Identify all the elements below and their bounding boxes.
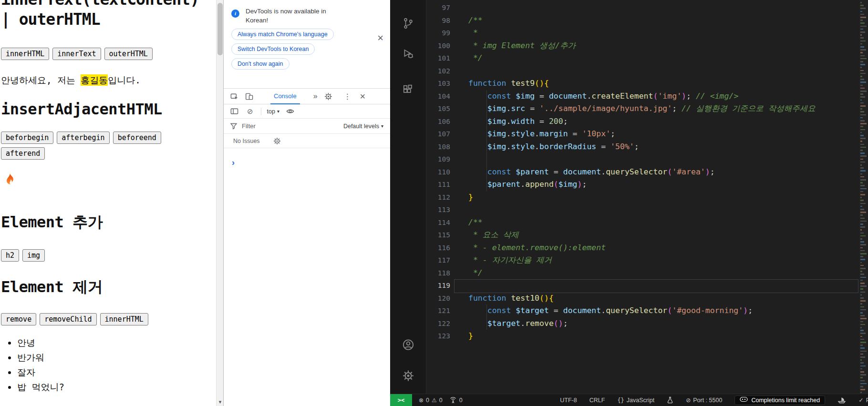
- code-line-107[interactable]: 107 $img.style.margin = '10px';: [426, 128, 858, 141]
- code-editor[interactable]: 9798/**99 *100 * img Element 생성/추가101 */…: [426, 0, 868, 394]
- line-number[interactable]: 98: [426, 14, 450, 27]
- code-line-117[interactable]: 117 * - 자기자신을 제거: [426, 254, 858, 267]
- language-indicator[interactable]: {} JavaScript: [617, 397, 654, 404]
- line-number[interactable]: 118: [426, 267, 450, 280]
- code-line-118[interactable]: 118 */: [426, 267, 858, 280]
- notice-action-switch-devtools-to-korean[interactable]: Switch DevTools to Korean: [231, 43, 315, 55]
- account-icon[interactable]: [402, 338, 414, 351]
- line-number[interactable]: 97: [426, 1, 450, 14]
- line-number[interactable]: 103: [426, 77, 450, 90]
- code-line-120[interactable]: 120function test10(){: [426, 292, 858, 305]
- line-number[interactable]: 108: [426, 141, 450, 153]
- line-number[interactable]: 114: [426, 216, 450, 229]
- live-expression-eye-icon[interactable]: [286, 107, 294, 115]
- button-outerhtml[interactable]: outerHTML: [104, 48, 153, 60]
- line-number[interactable]: 107: [426, 128, 450, 141]
- code-line-98[interactable]: 98/**: [426, 14, 858, 27]
- line-number[interactable]: 109: [426, 153, 450, 166]
- line-number[interactable]: 100: [426, 40, 450, 52]
- problems-indicator[interactable]: ⊗ 0 ⚠ 0: [419, 397, 443, 404]
- code-line-113[interactable]: 113: [426, 203, 858, 216]
- code-line-101[interactable]: 101 */: [426, 52, 858, 65]
- context-selector[interactable]: top▾: [267, 108, 279, 115]
- code-line-108[interactable]: 108 $img.style.borderRadius = '50%';: [426, 141, 858, 153]
- eol-indicator[interactable]: CRLF: [589, 397, 605, 404]
- button-afterbegin[interactable]: afterbegin: [57, 132, 109, 144]
- run-debug-icon[interactable]: [402, 48, 414, 60]
- code-line-116[interactable]: 116 * - element.remove():element: [426, 242, 858, 254]
- code-line-114[interactable]: 114/**: [426, 216, 858, 229]
- line-number[interactable]: 104: [426, 90, 450, 103]
- line-number[interactable]: 121: [426, 304, 450, 317]
- button-h2[interactable]: h2: [1, 249, 19, 262]
- console-sidebar-icon[interactable]: [230, 107, 238, 115]
- button-beforeend[interactable]: beforeend: [113, 132, 161, 144]
- line-number[interactable]: 102: [426, 65, 450, 78]
- encoding-indicator[interactable]: UTF-8: [560, 397, 577, 404]
- button-img[interactable]: img: [22, 249, 45, 262]
- line-number[interactable]: 110: [426, 166, 450, 179]
- line-number[interactable]: 116: [426, 242, 450, 254]
- inspect-icon[interactable]: [230, 92, 238, 101]
- code-line-123[interactable]: 123}: [426, 330, 858, 343]
- code-line-99[interactable]: 99 *: [426, 27, 858, 40]
- code-line-122[interactable]: 122 $target.remove();: [426, 317, 858, 330]
- beaker-icon[interactable]: [667, 396, 673, 404]
- notice-action-don-t-show-again[interactable]: Don't show again: [231, 58, 289, 70]
- code-line-100[interactable]: 100 * img Element 생성/추가: [426, 40, 858, 52]
- extensions-icon[interactable]: [402, 84, 414, 96]
- clear-console-icon[interactable]: ⊘: [247, 107, 253, 116]
- code-line-104[interactable]: 104 const $img = document.createElement(…: [426, 90, 858, 103]
- code-line-121[interactable]: 121 const $target = document.querySelect…: [426, 304, 858, 317]
- line-number[interactable]: 119: [426, 279, 450, 292]
- button-beforbegin[interactable]: beforbegin: [1, 132, 53, 144]
- code-line-112[interactable]: 112}: [426, 191, 858, 204]
- tab-console[interactable]: Console: [270, 89, 300, 104]
- code-line-111[interactable]: 111 $parent.append($img);: [426, 178, 858, 191]
- line-number[interactable]: 117: [426, 254, 450, 267]
- button-remove[interactable]: remove: [1, 313, 36, 325]
- code-line-119[interactable]: 119: [426, 279, 858, 292]
- filter-input[interactable]: [242, 122, 343, 130]
- notice-close-icon[interactable]: ×: [377, 33, 383, 43]
- ports-indicator[interactable]: 0: [449, 397, 463, 404]
- no-issues-label[interactable]: No Issues: [233, 138, 260, 144]
- live-server-port[interactable]: ⊘ Port : 5500: [686, 397, 722, 404]
- console-prompt[interactable]: ›: [232, 159, 390, 166]
- line-number[interactable]: 112: [426, 191, 450, 204]
- line-number[interactable]: 123: [426, 330, 450, 343]
- code-line-109[interactable]: 109: [426, 153, 858, 166]
- page-scrollbar[interactable]: ▾: [216, 0, 223, 406]
- line-number[interactable]: 120: [426, 292, 450, 305]
- prettier-indicator[interactable]: ✓ Prettier: [858, 396, 868, 404]
- code-line-102[interactable]: 102: [426, 65, 858, 78]
- button-innertext[interactable]: innerText: [52, 48, 101, 60]
- default-levels-dropdown[interactable]: Default levels▾: [343, 123, 383, 130]
- line-number[interactable]: 122: [426, 317, 450, 330]
- code-line-105[interactable]: 105 $img.src = '../sample/image/hyunta.j…: [426, 102, 858, 115]
- console-settings-gear-icon[interactable]: [273, 137, 281, 145]
- line-number[interactable]: 105: [426, 102, 450, 115]
- source-control-icon[interactable]: [402, 17, 414, 30]
- kebab-menu-icon[interactable]: ⋮: [344, 92, 351, 101]
- code-line-97[interactable]: 97: [426, 1, 858, 14]
- code-line-115[interactable]: 115 * 요소 삭제: [426, 229, 858, 242]
- line-number[interactable]: 101: [426, 52, 450, 65]
- line-number[interactable]: 115: [426, 229, 450, 242]
- devtools-close-icon[interactable]: ×: [360, 91, 366, 102]
- more-tabs-icon[interactable]: »: [313, 92, 318, 101]
- button-innerhtml[interactable]: innerHTML: [100, 313, 148, 325]
- ship-icon[interactable]: [837, 397, 846, 404]
- button-removechild[interactable]: removeChild: [40, 313, 96, 325]
- line-number[interactable]: 99: [426, 27, 450, 40]
- manage-gear-icon[interactable]: [402, 370, 414, 382]
- notice-action-always-match-chrome-s-language[interactable]: Always match Chrome's language: [231, 29, 334, 40]
- minimap[interactable]: [859, 0, 868, 394]
- line-number[interactable]: 113: [426, 203, 450, 216]
- line-number[interactable]: 111: [426, 178, 450, 191]
- button-afterend[interactable]: afterend: [1, 147, 45, 160]
- code-line-110[interactable]: 110 const $parent = document.querySelect…: [426, 166, 858, 179]
- device-toolbar-icon[interactable]: [245, 92, 253, 101]
- remote-indicator[interactable]: ><: [390, 394, 412, 406]
- copilot-limit-badge[interactable]: Completions limit reached: [734, 396, 825, 405]
